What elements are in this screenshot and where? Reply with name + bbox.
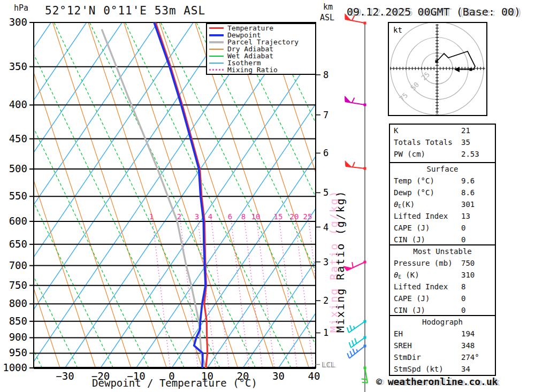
run-datetime: 09.12.2025 00GMT (Base: 00) (347, 5, 521, 18)
svg-text:850: 850 (9, 315, 27, 327)
sounding-page: 1234681015202530035040045050055060065070… (0, 0, 535, 392)
most-unstable-table: Most Unstable Pressure (mb)750 θE (K)310… (389, 244, 496, 316)
page-title: 52°12'N 0°11'E 53m ASL (45, 4, 205, 17)
table-title: Surface (390, 163, 495, 175)
table-row: Lifted Index8 (390, 281, 495, 293)
svg-text:650: 650 (9, 238, 27, 250)
hodograph-stats-table: Hodograph EH194 SREH348 StmDir274° StmSp… (389, 315, 496, 376)
table-row: Pressure (mb)750 (390, 257, 495, 269)
table-row: SREH348 (390, 340, 495, 351)
dewpoint-line-swatch (209, 34, 224, 36)
table-row: K21 (390, 125, 495, 136)
temperature-line-swatch (209, 27, 224, 29)
table-row: EH194 (390, 328, 495, 340)
pressure-axis-labels: 3003504004505005506006507007508008509009… (3, 16, 27, 373)
svg-text:25: 25 (420, 70, 432, 82)
dry-adiabat-swatch (209, 49, 224, 50)
table-row-theta-e: θE (K)310 (390, 269, 495, 281)
mixing-ratio-axis-label: Mixing Ratio (g/kg) (334, 172, 347, 333)
hodograph-trace (435, 51, 476, 72)
hodograph-unit-label: kt (393, 26, 402, 34)
svg-text:7: 7 (323, 110, 328, 120)
wet-adiabat-swatch (209, 56, 224, 57)
parcel-line-swatch (209, 41, 224, 43)
table-title: Hodograph (390, 316, 495, 328)
table-row: CAPE (J)0 (390, 222, 495, 234)
svg-text:8: 8 (241, 212, 246, 221)
pressure-axis-unit: hPa (14, 3, 28, 13)
svg-text:350: 350 (9, 60, 27, 72)
legend-item: Wet Adiabat (209, 52, 315, 59)
svg-text:4: 4 (208, 212, 212, 221)
svg-text:950: 950 (9, 347, 27, 358)
wind-barb (343, 261, 366, 271)
legend-label: Mixing Ratio (227, 66, 278, 73)
table-row: PW (cm)2.53 (390, 148, 495, 160)
lcl-marker-label: LCL (322, 360, 335, 369)
sounding-curves (102, 22, 208, 368)
svg-text:15: 15 (274, 212, 283, 221)
svg-text:6: 6 (323, 148, 328, 158)
svg-text:900: 900 (9, 331, 27, 343)
table-row: Totals Totals35 (390, 136, 495, 148)
svg-text:400: 400 (9, 98, 27, 110)
table-row: Dewp (°C)8.6 (390, 187, 495, 198)
svg-text:3: 3 (195, 212, 199, 221)
svg-text:700: 700 (9, 259, 27, 271)
svg-text:1: 1 (149, 212, 154, 221)
svg-text:10: 10 (251, 212, 261, 221)
svg-text:600: 600 (9, 215, 27, 227)
copyright: © weatheronline.co.uk (376, 376, 498, 387)
table-title: Most Unstable (390, 245, 495, 257)
wind-barb (345, 96, 366, 106)
svg-text:20: 20 (290, 212, 299, 221)
table-row-theta-e: θE(K)301 (390, 198, 495, 210)
wind-barb (347, 320, 366, 333)
altitude-axis-unit-km: km (323, 2, 333, 12)
surface-table: Surface Temp (°C)9.6 Dewp (°C)8.6 θE(K)3… (389, 162, 496, 245)
legend-item: Mixing Ratio (209, 66, 315, 73)
table-row: CIN (J)0 (390, 304, 495, 316)
stability-indices-table: K21 Totals Totals35 PW (cm)2.53 (389, 124, 496, 163)
svg-text:450: 450 (9, 133, 27, 144)
wind-barb (345, 161, 366, 170)
altitude-axis: 87654321 (316, 70, 328, 365)
hodograph-panel: 255075kt (388, 22, 487, 116)
table-row: CAPE (J)0 (390, 293, 495, 304)
wind-barb-column (343, 14, 368, 392)
legend: Temperature Dewpoint Parcel Trajectory D… (206, 23, 316, 75)
table-row: CIN (J)0 (390, 234, 495, 245)
temperature-axis-label: Dewpoint / Temperature (°C) (34, 377, 316, 389)
table-row: Lifted Index13 (390, 210, 495, 222)
svg-text:1000: 1000 (3, 362, 27, 373)
svg-text:800: 800 (9, 297, 27, 309)
svg-text:2: 2 (177, 212, 181, 221)
legend-item: Temperature (209, 25, 315, 32)
svg-text:50: 50 (409, 80, 421, 92)
altitude-axis-unit-asl: ASL (320, 13, 334, 22)
table-row: StmSpd (kt)34 (390, 363, 495, 375)
svg-text:6: 6 (228, 212, 232, 221)
mixing-ratio-swatch (209, 69, 224, 71)
svg-text:300: 300 (9, 16, 27, 28)
svg-text:8: 8 (323, 70, 328, 80)
svg-text:550: 550 (9, 190, 27, 202)
svg-text:75: 75 (398, 91, 410, 103)
svg-text:25: 25 (303, 212, 312, 221)
svg-text:750: 750 (9, 279, 27, 291)
table-row: Temp (°C)9.6 (390, 175, 495, 187)
isotherm-swatch (209, 63, 224, 64)
svg-text:500: 500 (9, 163, 27, 174)
table-row: StmDir274° (390, 351, 495, 363)
